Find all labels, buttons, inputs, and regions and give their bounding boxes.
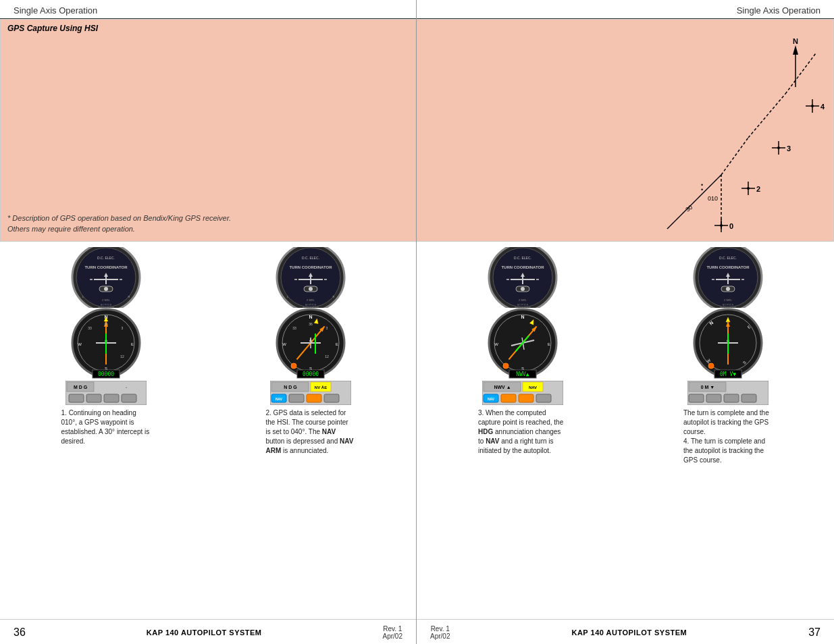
svg-text:3: 3 (325, 326, 328, 330)
caption-1-text: Continuing on heading 010°, a GPS waypoi… (61, 409, 150, 445)
svg-text:2 MIN.: 2 MIN. (519, 298, 527, 302)
svg-rect-191 (724, 394, 739, 402)
svg-marker-90 (793, 45, 798, 55)
svg-rect-190 (706, 394, 721, 402)
svg-rect-41 (104, 394, 119, 402)
svg-rect-154 (519, 394, 533, 402)
hsi-1: N S W E 36 3 12 33 (69, 308, 143, 379)
caption-3: 3. When the computed capture point is re… (475, 408, 570, 456)
svg-text:33: 33 (292, 326, 296, 330)
gps-path-diagram: N 0 010 • • (417, 20, 834, 242)
svg-text:TURN COORDINATOR: TURN COORDINATOR (706, 265, 750, 269)
svg-text:TURN COORDINATOR: TURN COORDINATOR (501, 265, 544, 269)
svg-text:N: N (309, 315, 312, 319)
svg-text:R: R (128, 295, 130, 298)
svg-line-96 (785, 53, 816, 94)
turn-coordinator-2: D.C. ELEC. TURN COORDINATOR L R 2 MIN. N… (274, 247, 347, 308)
instrument-col-3: D.C. ELEC. TURN COORDINATOR 2 MIN. NO PI… (475, 247, 570, 465)
svg-text:E: E (548, 342, 550, 346)
svg-text:NWV▲: NWV▲ (516, 371, 529, 377)
caption-1: 1. Continuing on heading 010°, a GPS way… (59, 408, 153, 446)
svg-text:E: E (130, 342, 133, 346)
svg-point-185 (708, 363, 714, 369)
svg-text:N: N (793, 37, 798, 45)
svg-rect-189 (689, 394, 704, 402)
svg-text:M D G: M D G (73, 385, 87, 390)
svg-point-114 (811, 105, 814, 107)
ap-panel-2: N D G NV ÅE NAV (270, 381, 351, 405)
svg-rect-87 (307, 394, 321, 402)
svg-text:TURN COORDINATOR: TURN COORDINATOR (289, 265, 332, 269)
gps-diagram-left: GPS Capture Using HSI * Description of G… (0, 19, 416, 242)
hsi-3: N S W E (486, 308, 560, 379)
turn-coordinator-3: D.C. ELEC. TURN COORDINATOR 2 MIN. NO PI… (486, 247, 559, 308)
svg-line-94 (721, 138, 748, 175)
svg-text:3: 3 (121, 326, 123, 330)
instruments-row-right: D.C. ELEC. TURN COORDINATOR 2 MIN. NO PI… (417, 242, 834, 468)
left-footer-title: KAP 140 AUTOPILOT SYSTEM (147, 628, 262, 637)
gps-diagram-right: N 0 010 • • (417, 19, 834, 242)
svg-text:36: 36 (104, 322, 108, 326)
gps-note: * Description of GPS operation based on … (7, 213, 237, 234)
svg-text:N: N (521, 315, 524, 319)
svg-text:00000: 00000 (97, 371, 113, 377)
right-page: Single Axis Operation N (417, 0, 834, 644)
caption-1-number: 1. (61, 409, 67, 417)
svg-rect-192 (741, 394, 756, 402)
svg-point-53 (309, 287, 313, 291)
svg-text:D.C. ELEC.: D.C. ELEC. (302, 256, 319, 260)
svg-text:2 MIN.: 2 MIN. (307, 298, 315, 302)
left-header: Single Axis Operation (0, 0, 416, 19)
page-container: Single Axis Operation GPS Capture Using … (0, 0, 834, 644)
svg-text:33: 33 (88, 326, 92, 330)
svg-text:36: 36 (309, 322, 313, 326)
svg-point-99 (720, 224, 723, 227)
caption-4-text: 4. The turn is complete and the autopilo… (681, 437, 775, 465)
svg-point-166 (726, 287, 730, 291)
svg-rect-88 (324, 394, 339, 402)
svg-text:0 M  ▼: 0 M ▼ (701, 385, 715, 390)
right-page-num: 37 (808, 626, 820, 639)
svg-text:D.C. ELEC.: D.C. ELEC. (514, 256, 531, 260)
svg-text:NWV ▲: NWV ▲ (494, 385, 511, 390)
svg-text:2 MIN.: 2 MIN. (724, 298, 732, 302)
ap-panel-3: NWV ▲ NAV NAV (482, 381, 563, 405)
left-footer: 36 KAP 140 AUTOPILOT SYSTEM Rev. 1 Apr/0… (0, 619, 416, 644)
svg-text:3: 3 (787, 144, 791, 153)
svg-rect-40 (86, 394, 101, 402)
caption-2: 2. GPS data is selected for the HSI. The… (263, 408, 358, 456)
svg-text:N D G: N D G (284, 385, 297, 390)
instrument-col-1: D.C. ELEC. TURN COORDINATOR L R 2 MIN. N (59, 247, 153, 456)
gps-diagram-title: GPS Capture Using HSI (1, 20, 415, 37)
svg-text:00000: 00000 (302, 371, 318, 377)
svg-text:TURN COORDINATOR: TURN COORDINATOR (84, 265, 128, 269)
left-page-num: 36 (14, 626, 26, 639)
instruments-row-left: D.C. ELEC. TURN COORDINATOR L R 2 MIN. N (0, 242, 416, 458)
right-footer: Rev. 1 Apr/02 KAP 140 AUTOPILOT SYSTEM 3… (417, 619, 834, 644)
svg-text:30: 30 (684, 204, 694, 213)
instrument-col-2: D.C. ELEC. TURN COORDINATOR L R 2 MIN. N… (263, 247, 358, 456)
svg-line-93 (667, 175, 721, 229)
svg-text:12: 12 (120, 354, 124, 358)
ap-panel-1: M D G ▪ (66, 381, 147, 405)
svg-text:•: • (701, 186, 703, 193)
right-footer-title: KAP 140 AUTOPILOT SYSTEM (571, 628, 687, 637)
instrument-col-4: D.C. ELEC. TURN COORDINATOR 2 MIN. NO PI… (681, 247, 775, 465)
svg-text:▪: ▪ (125, 385, 126, 390)
svg-text:12: 12 (325, 354, 329, 358)
left-page: Single Axis Operation GPS Capture Using … (0, 0, 417, 644)
svg-point-145 (503, 363, 509, 369)
svg-text:D.C. ELEC.: D.C. ELEC. (97, 256, 115, 260)
caption-4: The turn is complete and the autopilot i… (681, 408, 775, 437)
svg-line-95 (748, 94, 785, 138)
svg-text:W: W (78, 342, 82, 346)
left-footer-rev: Rev. 1 Apr/02 (383, 625, 402, 640)
turn-coordinator-4: D.C. ELEC. TURN COORDINATOR 2 MIN. NO PI… (692, 247, 764, 308)
caption-2-number: 2. GPS data is selected for the HSI. The… (266, 409, 348, 435)
right-footer-rev: Rev. 1 Apr/02 (430, 625, 450, 640)
svg-text:2 MIN.: 2 MIN. (102, 298, 110, 302)
svg-rect-86 (289, 394, 304, 402)
svg-point-78 (291, 363, 296, 369)
svg-rect-42 (122, 394, 136, 402)
svg-text:NV ÅE: NV ÅE (314, 385, 326, 390)
